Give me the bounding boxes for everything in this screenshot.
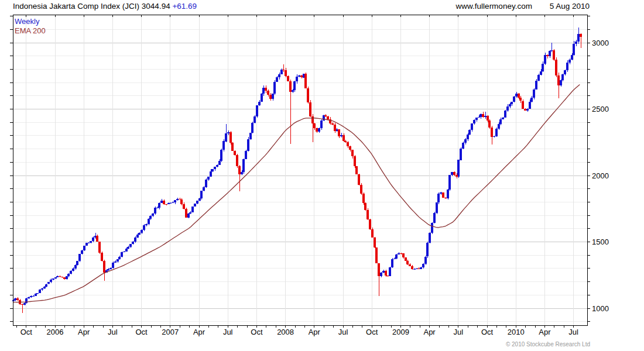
x-axis-label: 2010 — [508, 328, 525, 336]
website-link[interactable]: www.fullermoney.com — [456, 2, 532, 11]
x-axis-label: Oct — [135, 328, 148, 336]
x-axis-label: Apr — [309, 328, 321, 336]
chart-date: 5 Aug 2010 — [550, 2, 590, 11]
price-chart-canvas: 10001500200025003000Oct2006AprJulOct2007… — [0, 0, 644, 351]
x-axis-label: 2008 — [277, 328, 294, 336]
x-axis-label: 2009 — [392, 328, 409, 336]
x-axis-label: Jul — [108, 328, 118, 336]
candlesticks — [12, 27, 581, 313]
x-axis-label: Oct — [366, 328, 378, 336]
legend-ema-label: EMA 200 — [15, 26, 46, 36]
x-axis-label: Oct — [251, 328, 263, 336]
y-axis-labels: 10001500200025003000 — [592, 39, 609, 313]
chart-header-title: Indonesia Jakarta Comp Index (JCI) 3044.… — [13, 2, 197, 11]
x-axis-label: Apr — [193, 328, 205, 336]
y-axis-label: 2000 — [592, 171, 609, 180]
up-candle-bodies — [12, 34, 579, 305]
legend-weekly-label: Weekly — [15, 17, 46, 26]
x-axis-label: Oct — [20, 328, 33, 336]
chart-legend: Weekly EMA 200 — [15, 17, 46, 36]
x-axis-label: Jul — [568, 328, 578, 336]
x-axis-label: Apr — [423, 328, 436, 336]
x-axis-label: Apr — [78, 328, 90, 336]
copyright-notice: © 2010 Stockcube Research Ltd — [506, 341, 590, 347]
instrument-title: Indonesia Jakarta Comp Index (JCI) 3044.… — [13, 2, 170, 11]
chart-page: 10001500200025003000Oct2006AprJulOct2007… — [0, 0, 644, 351]
x-axis-label: 2006 — [47, 328, 64, 336]
y-axis-label: 1500 — [592, 238, 609, 246]
y-axis-label: 2500 — [592, 105, 609, 113]
chart-header-source: www.fullermoney.com 5 Aug 2010 — [456, 2, 590, 11]
x-axis-label: Jul — [338, 328, 348, 336]
y-axis-label: 1000 — [592, 304, 609, 313]
x-axis-label: Apr — [539, 328, 551, 336]
x-axis-labels: Oct2006AprJulOct2007AprJulOct2008AprJulO… — [20, 328, 578, 336]
x-axis-label: Jul — [223, 328, 233, 336]
y-axis-label: 3000 — [592, 39, 609, 47]
x-axis-label: 2007 — [162, 328, 179, 336]
ema-200-line — [13, 84, 580, 302]
x-axis-label: Jul — [453, 328, 463, 336]
price-change: +61.69 — [172, 2, 197, 11]
x-axis-label: Oct — [481, 328, 494, 336]
plot-border-and-ticks — [10, 15, 590, 328]
grid-vertical-lines — [26, 15, 574, 325]
